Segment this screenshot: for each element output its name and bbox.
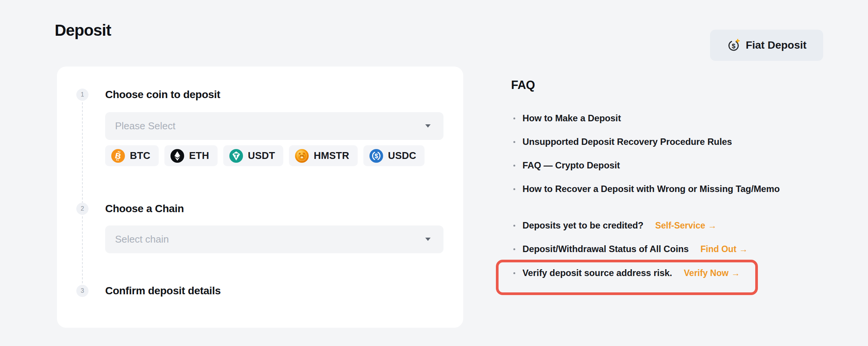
self-service-link[interactable]: Self-Service → xyxy=(655,221,717,231)
step-2-badge: 2 xyxy=(76,203,88,215)
bullet-dot xyxy=(513,165,515,167)
bullet-dot xyxy=(513,117,515,119)
hmstr-icon xyxy=(295,149,309,163)
quick-coin-chips: B BTC ETH USDT xyxy=(105,145,425,166)
svg-text:$: $ xyxy=(374,152,378,159)
coin-select-placeholder: Please Select xyxy=(115,120,425,132)
bullet-dot xyxy=(513,225,515,227)
find-out-link[interactable]: Find Out → xyxy=(701,244,748,254)
fiat-dollar-icon: $ xyxy=(727,38,740,52)
bullet-dot xyxy=(513,188,515,190)
usdc-icon: $ xyxy=(369,149,383,163)
chain-select-placeholder: Select chain xyxy=(115,233,425,245)
faq-action-deposit-withdrawal-status: Deposit/Withdrawal Status of All Coins F… xyxy=(513,243,748,255)
coin-chip-label: BTC xyxy=(130,150,150,162)
usdt-icon xyxy=(229,149,243,163)
bullet-dot xyxy=(513,248,515,250)
eth-icon xyxy=(170,149,184,163)
faq-action-verify-source-address: Verify deposit source address risk. Veri… xyxy=(513,267,740,279)
verify-now-link[interactable]: Verify Now → xyxy=(684,268,740,278)
link-label: Verify Now xyxy=(684,268,729,278)
bullet-dot xyxy=(513,141,515,143)
faq-link-recover-wrong-tag-memo[interactable]: How to Recover a Deposit with Wrong or M… xyxy=(513,183,780,195)
faq-action-deposits-not-credited: Deposits yet to be credited? Self-Servic… xyxy=(513,220,716,231)
faq-action-text: Deposits yet to be credited? xyxy=(522,220,644,231)
page-title: Deposit xyxy=(55,21,111,40)
faq-heading: FAQ xyxy=(511,78,535,92)
chain-select-dropdown[interactable]: Select chain xyxy=(105,225,443,253)
step-3-title: Confirm deposit details xyxy=(105,284,221,298)
coin-chip-usdt[interactable]: USDT xyxy=(223,145,284,166)
fiat-deposit-button[interactable]: $ Fiat Deposit xyxy=(710,30,823,61)
arrow-right-icon: → xyxy=(739,244,748,254)
step-3-badge: 3 xyxy=(76,285,88,297)
faq-link-unsupported-recovery-rules[interactable]: Unsupported Deposit Recovery Procedure R… xyxy=(513,136,732,148)
coin-select-dropdown[interactable]: Please Select xyxy=(105,112,443,140)
btc-icon: B xyxy=(111,149,125,163)
coin-chip-usdc[interactable]: $ USDC xyxy=(363,145,425,166)
coin-chip-label: USDT xyxy=(248,150,275,162)
faq-item-label: Unsupported Deposit Recovery Procedure R… xyxy=(522,136,732,147)
step-connector-line xyxy=(82,98,83,287)
faq-link-how-to-make-deposit[interactable]: How to Make a Deposit xyxy=(513,113,621,124)
arrow-right-icon: → xyxy=(708,221,716,231)
bullet-dot xyxy=(513,272,515,274)
step-2-title: Choose a Chain xyxy=(105,202,184,216)
coin-chip-label: HMSTR xyxy=(314,150,349,162)
deposit-steps-card: 1 Choose coin to deposit Please Select B… xyxy=(57,67,463,328)
faq-link-crypto-deposit-faq[interactable]: FAQ — Crypto Deposit xyxy=(513,160,620,171)
svg-text:$: $ xyxy=(732,43,735,50)
link-label: Find Out xyxy=(701,244,737,254)
faq-item-label: How to Recover a Deposit with Wrong or M… xyxy=(522,184,780,194)
coin-chip-btc[interactable]: B BTC xyxy=(105,145,159,166)
arrow-right-icon: → xyxy=(731,268,740,278)
faq-item-label: How to Make a Deposit xyxy=(522,113,621,124)
faq-item-label: FAQ — Crypto Deposit xyxy=(522,160,620,171)
faq-action-text: Deposit/Withdrawal Status of All Coins xyxy=(522,244,689,254)
faq-action-text: Verify deposit source address risk. xyxy=(522,268,672,278)
step-1-badge: 1 xyxy=(76,89,88,101)
coin-chip-label: ETH xyxy=(189,150,209,162)
coin-chip-hmstr[interactable]: HMSTR xyxy=(289,145,357,166)
step-1-title: Choose coin to deposit xyxy=(105,87,220,102)
chevron-down-icon xyxy=(425,124,431,128)
chevron-down-icon xyxy=(425,238,431,241)
coin-chip-label: USDC xyxy=(388,150,416,162)
fiat-deposit-label: Fiat Deposit xyxy=(746,39,806,51)
coin-chip-eth[interactable]: ETH xyxy=(164,145,218,166)
link-label: Self-Service xyxy=(655,221,705,231)
